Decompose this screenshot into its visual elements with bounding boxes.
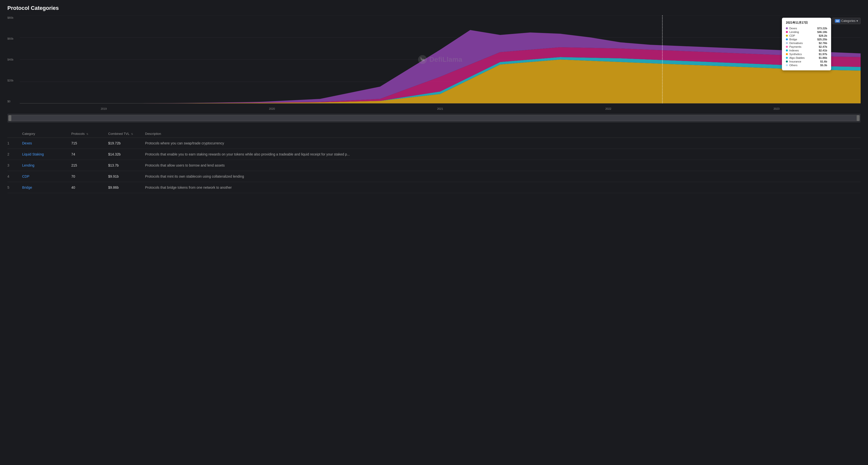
tvl-sort-icon: ⇅ <box>131 133 133 135</box>
tooltip-item-label: Insurance <box>789 60 801 63</box>
tooltip-dot <box>786 53 788 55</box>
tooltip-item-value: $73.22b <box>817 27 827 30</box>
tooltip-item-value: $5.3b <box>820 64 827 67</box>
row-description: Protocols where you can swap/trade crypt… <box>145 141 861 145</box>
tooltip-item: Synthetics $1.97b <box>786 53 827 56</box>
row-num: 4 <box>7 174 22 178</box>
table-row: 2 Liquid Staking 74 $14.32b Protocols th… <box>7 149 861 160</box>
y-label-20b: $20b <box>7 79 20 82</box>
categories-button[interactable]: 32 Categories ▾ <box>832 18 861 24</box>
tooltip-date: 2021年11月17日 <box>786 21 827 25</box>
row-tvl: $13.7b <box>108 163 145 167</box>
tooltip-item-value: $2.41b <box>819 49 827 52</box>
row-description: Protocols that bridge tokens from one ne… <box>145 185 861 190</box>
col-head-num <box>7 132 22 136</box>
row-category[interactable]: CDP <box>22 174 71 178</box>
row-category[interactable]: Bridge <box>22 185 71 190</box>
tooltip-item-value: $1.86b <box>819 56 827 59</box>
row-category[interactable]: Liquid Staking <box>22 152 71 156</box>
tooltip-item-value: $28.2b <box>819 34 827 37</box>
y-label-60b: $60b <box>7 37 20 40</box>
tooltip-item-label: Lending <box>789 30 799 33</box>
tooltip-item: Others $5.3b <box>786 64 827 67</box>
y-label-40b: $40b <box>7 58 20 61</box>
tooltip-item-label: Bridge <box>789 38 797 41</box>
chart-tooltip: 2021年11月17日 Dexes $73.22b Lending $46.18… <box>782 18 831 70</box>
scrollbar-thumb[interactable] <box>9 115 859 121</box>
tooltip-dot <box>786 60 788 62</box>
row-tvl: $9.86b <box>108 185 145 190</box>
tooltip-item: Payments $2.47b <box>786 45 827 48</box>
tooltip-dot <box>786 27 788 29</box>
tooltip-dot <box>786 31 788 33</box>
tooltip-item-value: $2.76b <box>819 41 827 45</box>
scrollbar-handle-left[interactable] <box>8 115 11 121</box>
tooltip-item: Dexes $73.22b <box>786 27 827 30</box>
col-head-category: Category <box>22 132 71 136</box>
x-label-2020: 2020 <box>269 107 275 110</box>
row-tvl: $9.91b <box>108 174 145 178</box>
tooltip-dot <box>786 57 788 59</box>
scrollbar-track <box>7 114 861 122</box>
row-category[interactable]: Lending <box>22 163 71 167</box>
scrollbar-handle-right[interactable] <box>857 115 860 121</box>
tooltip-item-value: $46.18b <box>817 30 827 33</box>
table-row: 5 Bridge 40 $9.86b Protocols that bridge… <box>7 182 861 193</box>
tooltip-item: Algo-Stables $1.86b <box>786 56 827 59</box>
tooltip-item: Indexes $2.41b <box>786 49 827 52</box>
row-category[interactable]: Dexes <box>22 141 71 145</box>
row-description: Protocols that allow users to borrow and… <box>145 163 861 167</box>
x-label-2022: 2022 <box>606 107 611 110</box>
tooltip-dot <box>786 50 788 51</box>
row-num: 1 <box>7 141 22 145</box>
tooltip-item-value: $2.47b <box>819 45 827 48</box>
col-head-protocols[interactable]: Protocols ⇅ <box>71 132 108 136</box>
x-label-2023: 2023 <box>774 107 779 110</box>
row-protocols: 40 <box>71 185 108 190</box>
tooltip-item: CDP $28.2b <box>786 34 827 37</box>
row-num: 2 <box>7 152 22 156</box>
table-header: Category Protocols ⇅ Combined TVL ⇅ Desc… <box>7 130 861 138</box>
tooltip-item-label: Others <box>789 64 798 67</box>
tooltip-item: Bridge $25.25b <box>786 38 827 41</box>
protocols-sort-icon: ⇅ <box>86 133 88 135</box>
y-label-0: $0 <box>7 100 20 103</box>
table-row: 4 CDP 70 $9.91b Protocols that mint its … <box>7 171 861 182</box>
chart-area: $80b $60b $40b $20b $0 <box>7 15 861 114</box>
chart-svg <box>20 15 861 104</box>
tooltip-dot <box>786 38 788 40</box>
tooltip-item-label: Indexes <box>789 49 799 52</box>
row-protocols: 215 <box>71 163 108 167</box>
row-description: Protocols that mint its own stablecoin u… <box>145 174 861 178</box>
tooltip-item: Lending $46.18b <box>786 30 827 33</box>
tooltip-dot <box>786 42 788 44</box>
tooltip-item-label: CDP <box>789 34 795 37</box>
tooltip-item-value: $1.97b <box>819 53 827 56</box>
tooltip-item: Derivatives $2.76b <box>786 41 827 45</box>
tooltip-item-label: Derivatives <box>789 41 803 45</box>
tooltip-dot <box>786 46 788 48</box>
chart-scrollbar[interactable] <box>7 114 861 122</box>
x-label-2019: 2019 <box>101 107 107 110</box>
chart-container: $80b $60b $40b $20b $0 <box>7 15 861 122</box>
row-protocols: 715 <box>71 141 108 145</box>
row-protocols: 70 <box>71 174 108 178</box>
tooltip-item-label: Synthetics <box>789 53 802 56</box>
tooltip-item-value: $25.25b <box>817 38 827 41</box>
col-head-tvl[interactable]: Combined TVL ⇅ <box>108 132 145 136</box>
row-description: Protocols that enable you to earn stakin… <box>145 152 861 156</box>
row-tvl: $19.72b <box>108 141 145 145</box>
page-title: Protocol Categories <box>7 5 861 11</box>
tooltip-item-value: $1.6b <box>820 60 827 63</box>
tooltip-item-label: Dexes <box>789 27 797 30</box>
categories-button-label: Categories <box>841 19 856 23</box>
categories-table: Category Protocols ⇅ Combined TVL ⇅ Desc… <box>7 130 861 193</box>
col-head-description: Description <box>145 132 861 136</box>
chart-svg-wrapper: 🦙 DefiLlama <box>20 15 861 104</box>
protocols-label: Protocols <box>71 132 85 136</box>
table-row: 1 Dexes 715 $19.72b Protocols where you … <box>7 138 861 149</box>
tooltip-item: Insurance $1.6b <box>786 60 827 63</box>
table-row: 3 Lending 215 $13.7b Protocols that allo… <box>7 160 861 171</box>
row-protocols: 74 <box>71 152 108 156</box>
y-label-80b: $80b <box>7 16 20 19</box>
